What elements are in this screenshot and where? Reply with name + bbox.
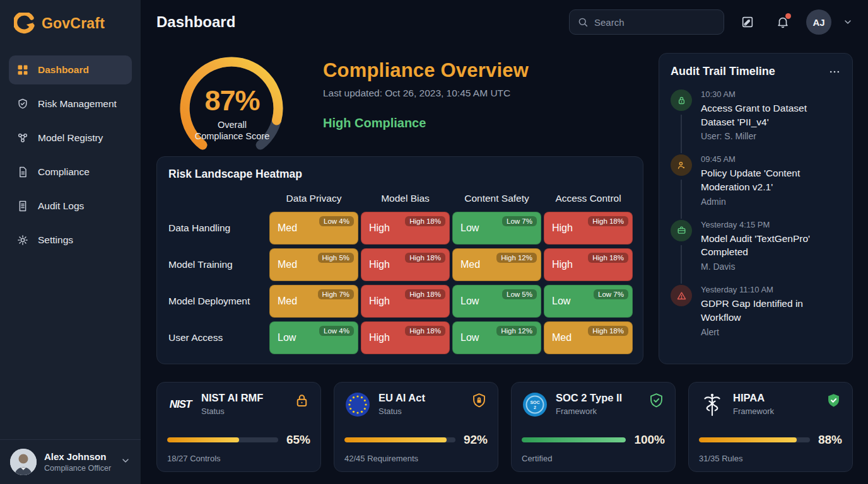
heatmap-cell[interactable]: MedLow 4% <box>269 212 358 245</box>
heatmap-cell[interactable]: LowLow 5% <box>452 285 541 318</box>
card-subtitle: Status <box>201 406 263 416</box>
cell-badge: Low 7% <box>594 289 628 299</box>
heatmap-row-label: Model Training <box>167 259 267 270</box>
card-title: HIPAA <box>733 392 774 404</box>
svg-text:2: 2 <box>534 405 536 410</box>
timeline-event[interactable]: Yesterday 11:10 AM GDPR Gap Identified i… <box>671 285 841 350</box>
shield-lock-icon <box>471 392 488 409</box>
cell-level: Low <box>552 296 570 307</box>
card-subtitle: Status <box>378 406 425 416</box>
heatmap-cell[interactable]: HighHigh 18% <box>544 248 633 281</box>
header-avatar[interactable]: AJ <box>806 9 831 35</box>
search-box <box>569 9 724 35</box>
heatmap-cell[interactable]: HighHigh 18% <box>544 212 633 245</box>
heatmap-cell[interactable]: HighHigh 18% <box>361 212 450 245</box>
sidebar: GovCraft Dashboard Risk Management <box>0 0 141 484</box>
cell-badge: High 18% <box>405 216 445 226</box>
event-actor: M. Davis <box>701 262 835 272</box>
card-soc2-type-ii[interactable]: SOC 2 SOC 2 Type II Framework <box>511 382 676 472</box>
user-role: Compliance Officer <box>44 464 111 473</box>
sidebar-item-label: Settings <box>38 234 73 246</box>
heatmap-cell[interactable]: LowLow 7% <box>544 285 633 318</box>
document-icon <box>16 166 29 178</box>
cell-level: Low <box>460 222 479 234</box>
cell-level: Low <box>460 296 479 307</box>
cell-badge: High 5% <box>318 253 354 263</box>
notifications-button[interactable] <box>771 10 795 34</box>
heatmap-cell[interactable]: HighHigh 18% <box>361 321 450 354</box>
brand-name: GovCraft <box>42 15 105 32</box>
chevron-down-icon[interactable] <box>120 456 131 468</box>
heatmap-cell[interactable]: HighHigh 18% <box>361 285 450 318</box>
sidebar-item-risk-management[interactable]: Risk Management <box>9 89 132 118</box>
heatmap-cell[interactable]: MedHigh 7% <box>269 285 358 318</box>
cell-level: High <box>552 222 573 234</box>
card-eu-ai-act[interactable]: EU AI Act Status 92% 42/45 Requirements <box>334 382 498 472</box>
search-icon <box>577 16 589 28</box>
ellipsis-menu-icon[interactable] <box>828 66 841 78</box>
heatmap-row-label: Model Deployment <box>167 296 267 307</box>
sidebar-item-settings[interactable]: Settings <box>9 226 132 255</box>
progress-percent: 88% <box>818 433 842 447</box>
cell-badge: Low 7% <box>502 216 537 226</box>
sidebar-item-label: Audit Logs <box>38 200 84 212</box>
event-title: Access Grant to Dataset Dataset 'PII_v4' <box>701 101 835 129</box>
compliance-status-label: High Compliance <box>323 116 529 130</box>
sidebar-item-dashboard[interactable]: Dashboard <box>9 55 132 84</box>
cell-badge: High 18% <box>588 326 628 336</box>
cell-badge: Low 4% <box>319 216 354 226</box>
cell-level: Med <box>552 332 572 343</box>
user-icon <box>671 154 692 176</box>
heatmap-cell[interactable]: LowHigh 12% <box>452 321 541 354</box>
cell-level: High <box>552 259 573 270</box>
sidebar-item-label: Model Registry <box>38 132 103 144</box>
page-title: Dashboard <box>156 13 235 31</box>
cell-badge: High 12% <box>496 326 537 336</box>
progress-bar <box>344 437 455 442</box>
sidebar-item-compliance[interactable]: Compliance <box>9 158 132 187</box>
compliance-score-value: 87% <box>165 84 299 117</box>
heatmap-cell[interactable]: MedHigh 5% <box>269 248 358 281</box>
sidebar-item-model-registry[interactable]: Model Registry <box>9 124 132 153</box>
event-time: 10:30 AM <box>701 89 835 99</box>
heatmap-column-header: Data Privacy <box>269 189 358 208</box>
timeline-event[interactable]: 10:30 AM Access Grant to Dataset Dataset… <box>671 89 841 154</box>
lock-icon <box>671 89 692 111</box>
progress-percent: 92% <box>464 433 488 447</box>
event-time: 09:45 AM <box>701 154 835 164</box>
card-footer: 42/45 Requirements <box>344 454 488 463</box>
nist-logo: NIST <box>167 392 194 417</box>
heatmap-cell[interactable]: MedHigh 18% <box>544 321 633 354</box>
card-title: EU AI Act <box>378 392 425 404</box>
heatmap-cell[interactable]: HighHigh 18% <box>361 248 450 281</box>
cell-level: Low <box>278 332 296 343</box>
heatmap-cell[interactable]: LowLow 4% <box>269 321 358 354</box>
document-lines-icon <box>16 200 29 212</box>
compliance-score-gauge: 87% Overall Compliance Score <box>165 53 299 151</box>
heatmap-cell[interactable]: LowLow 7% <box>452 212 541 245</box>
compose-button[interactable] <box>736 10 760 34</box>
timeline-event[interactable]: 09:45 AM Policy Update 'Content Moderati… <box>671 154 841 219</box>
audit-trail-panel: Audit Trail Timeline 10:30 AM Access Gra… <box>659 53 853 364</box>
sidebar-item-audit-logs[interactable]: Audit Logs <box>9 192 132 221</box>
gear-icon <box>16 234 29 246</box>
briefcase-icon <box>671 220 692 241</box>
avatar <box>10 449 37 475</box>
chevron-down-icon[interactable] <box>843 17 853 27</box>
heatmap-cell[interactable]: MedHigh 12% <box>452 248 541 281</box>
cell-level: Med <box>278 259 297 270</box>
search-input[interactable] <box>594 17 720 28</box>
topbar: Dashboard <box>141 0 868 44</box>
card-nist-ai-rmf[interactable]: NIST NIST AI RMF Status 65% 18/27 Contro… <box>156 382 321 472</box>
sidebar-user-menu[interactable]: Alex Johnson Compliance Officer <box>0 439 141 484</box>
heatmap-column-header: Access Control <box>544 189 633 208</box>
cell-level: Med <box>278 296 297 307</box>
card-hipaa[interactable]: HIPAA Framework 88% 31/35 Rules <box>688 382 853 472</box>
timeline-event[interactable]: Yesterday 4:15 PM Model Audit 'TextGenPr… <box>671 220 841 285</box>
caduceus-icon <box>699 392 725 417</box>
heatmap-column-header: Content Safety <box>452 189 541 208</box>
sidebar-item-label: Compliance <box>38 166 90 178</box>
progress-percent: 100% <box>634 433 665 447</box>
main-area: Dashboard <box>141 0 868 484</box>
card-footer: 18/27 Controls <box>167 454 310 463</box>
